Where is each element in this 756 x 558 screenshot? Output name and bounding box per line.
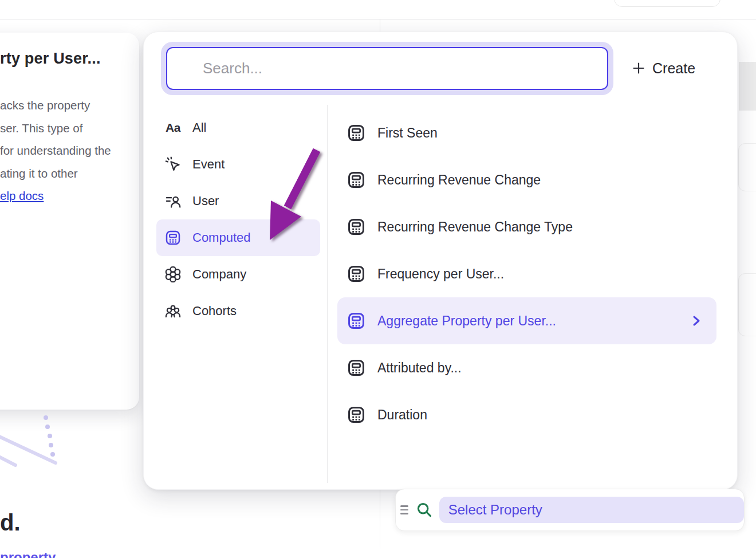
- select-property-bar: Select Property: [395, 489, 745, 531]
- help-docs-link[interactable]: elp docs: [0, 184, 44, 207]
- property-list: First Seen Recurring Revenue Change Recu…: [337, 109, 716, 438]
- calculator-icon: [164, 229, 182, 246]
- create-button[interactable]: Create: [632, 57, 695, 80]
- sidebar-item-event[interactable]: Event: [156, 146, 320, 183]
- property-row-label: Recurring Revenue Change Type: [377, 219, 573, 235]
- sidebar-item-label: Cohorts: [192, 304, 237, 319]
- tooltip-body-line: acks the property: [0, 94, 131, 117]
- right-panel-strip: [739, 62, 756, 111]
- sidebar-item-label: Computed: [192, 230, 251, 245]
- property-search-icon: [415, 501, 434, 519]
- property-row-label: Attributed by...: [377, 360, 462, 376]
- aa-icon: Aa: [164, 119, 182, 136]
- select-property-button[interactable]: Select Property: [439, 497, 744, 523]
- sidebar-item-all[interactable]: Aa All: [156, 109, 320, 146]
- create-button-label: Create: [652, 60, 695, 77]
- calculator-icon: [346, 311, 366, 331]
- sidebar-item-computed[interactable]: Computed: [156, 219, 320, 256]
- event-icon: [164, 156, 182, 173]
- property-row-first-seen[interactable]: First Seen: [337, 109, 716, 156]
- sidebar-item-label: Company: [192, 267, 246, 282]
- calculator-icon: [346, 217, 366, 237]
- property-row-frequency-per-user[interactable]: Frequency per User...: [337, 250, 716, 297]
- sidebar-item-cohorts[interactable]: Cohorts: [156, 293, 320, 329]
- plus-icon: [632, 61, 645, 75]
- calculator-icon: [346, 123, 366, 143]
- sidebar-item-user[interactable]: User: [156, 183, 320, 219]
- property-row-label: Frequency per User...: [377, 266, 504, 282]
- clipped-right-card: [738, 143, 756, 191]
- tooltip-body-line: ating it to other: [0, 162, 131, 185]
- calculator-icon: [346, 405, 366, 425]
- calculator-icon: [346, 170, 366, 190]
- property-row-label: Duration: [377, 407, 427, 423]
- vertical-divider-bottom: [380, 490, 380, 558]
- clipped-top-button: [614, 0, 720, 7]
- tooltip-body-line: ser. This type of: [0, 117, 131, 140]
- company-icon: [164, 266, 182, 283]
- search-input[interactable]: [166, 47, 608, 90]
- property-tooltip-card: rty per User... acks the property ser. T…: [0, 33, 139, 410]
- property-row-attributed-by[interactable]: Attributed by...: [337, 344, 716, 391]
- sidebar-item-company[interactable]: Company: [156, 256, 320, 293]
- tooltip-title: rty per User...: [0, 50, 131, 68]
- page-divider-line: [0, 19, 756, 19]
- property-row-recurring-revenue-change-type[interactable]: Recurring Revenue Change Type: [337, 203, 716, 250]
- calculator-icon: [346, 358, 366, 378]
- category-sidebar: Aa All Event: [156, 109, 320, 329]
- property-row-recurring-revenue-change[interactable]: Recurring Revenue Change: [337, 156, 716, 203]
- property-row-duration[interactable]: Duration: [337, 391, 716, 438]
- clipped-heading-fragment: d.: [0, 510, 21, 536]
- cohorts-icon: [164, 302, 182, 320]
- property-row-label: Aggregate Property per User...: [377, 313, 556, 329]
- sidebar-item-label: All: [192, 120, 206, 135]
- sidebar-item-label: User: [192, 194, 219, 209]
- modal-column-divider: [327, 105, 328, 483]
- tooltip-body: acks the property ser. This type of for …: [0, 94, 131, 207]
- tooltip-body-line: for understanding the: [0, 139, 131, 162]
- chevron-right-icon: [691, 315, 702, 327]
- property-row-label: Recurring Revenue Change: [377, 172, 541, 188]
- calculator-icon: [346, 264, 366, 284]
- select-property-label: Select Property: [448, 502, 542, 518]
- property-picker-modal: Create Aa All Event: [143, 32, 738, 490]
- clipped-right-card: [738, 273, 756, 336]
- vertical-divider-top: [380, 19, 380, 32]
- drag-handle-icon[interactable]: [400, 505, 411, 514]
- clipped-link-fragment[interactable]: property: [0, 549, 56, 558]
- search-field-focus-ring: [161, 42, 613, 95]
- property-row-aggregate-property-per-user[interactable]: Aggregate Property per User...: [337, 297, 716, 344]
- sidebar-item-label: Event: [192, 157, 225, 172]
- property-row-label: First Seen: [377, 125, 438, 141]
- user-icon: [164, 192, 182, 210]
